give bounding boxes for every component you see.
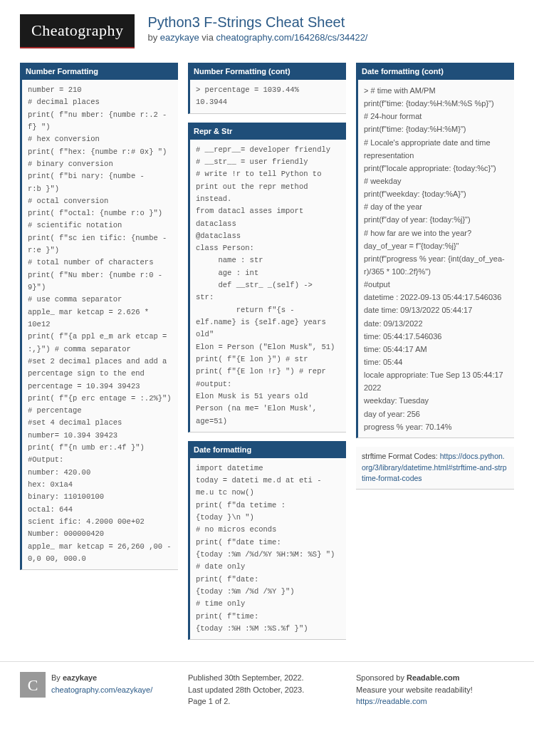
column-2: Number Formatting (cont) > percentage = … xyxy=(188,63,346,648)
block-date-formatting-cont: Date formatting (cont) > # time with AM/… xyxy=(356,63,514,438)
author-link[interactable]: eazykaye xyxy=(160,32,199,43)
page-title: Python3 F-Strings Cheat Sheet xyxy=(147,14,367,31)
footer-sponsor: Sponsored by Readable.com Measure your w… xyxy=(356,672,514,708)
footer-author: C By eazykaye cheatography.com/eazykaye/ xyxy=(20,672,178,708)
content-columns: Number Formatting number = 210 # decimal… xyxy=(0,56,534,661)
column-3: Date formatting (cont) > # time with AM/… xyxy=(356,63,514,648)
column-1: Number Formatting number = 210 # decimal… xyxy=(20,63,178,648)
footer-sponsor-name: Readable.com xyxy=(407,673,460,682)
code-block: # __repr__= developer friendly # __str__… xyxy=(188,140,346,433)
block-header: Date formatting xyxy=(188,441,346,458)
block-repr-str: Repr & Str # __repr__= developer friendl… xyxy=(188,123,346,433)
via-label: via xyxy=(199,32,216,43)
page-header: Cheatography Python3 F-Strings Cheat She… xyxy=(0,0,534,56)
block-number-formatting: Number Formatting number = 210 # decimal… xyxy=(20,63,178,570)
block-header: Number Formatting xyxy=(20,63,178,80)
block-number-formatting-cont: Number Formatting (cont) > percentage = … xyxy=(188,63,346,114)
footer-author-link[interactable]: cheatography.com/eazykaye/ xyxy=(51,685,152,694)
byline: by eazykaye via cheatography.com/164268/… xyxy=(147,32,367,43)
footer-page: Page 1 of 2. xyxy=(188,697,230,705)
code-block: number = 210 # decimal places print( f"n… xyxy=(20,80,178,570)
block-date-formatting: Date formatting import datetime today = … xyxy=(188,441,346,640)
page-footer: C By eazykaye cheatography.com/eazykaye/… xyxy=(0,661,534,722)
footer-tagline: Measure your website readability! xyxy=(356,685,473,694)
block-header: Repr & Str xyxy=(188,123,346,140)
block-header: Date formatting (cont) xyxy=(356,63,514,80)
text-block: > # time with AM/PM print(f"time: {today… xyxy=(356,80,514,438)
footer-sponsoredby: Sponsored by xyxy=(356,673,407,682)
footer-meta: Published 30th September, 2022. Last upd… xyxy=(188,672,346,708)
footer-updated: Last updated 28th October, 2023. xyxy=(188,685,304,694)
cheatography-logo: Cheatography xyxy=(20,14,135,48)
footer-by: By xyxy=(51,673,63,682)
note-label: strftime Format Codes: xyxy=(362,452,440,460)
block-header: Number Formatting (cont) xyxy=(188,63,346,80)
source-link[interactable]: cheatography.com/164268/cs/34422/ xyxy=(216,32,368,43)
avatar: C xyxy=(20,672,46,698)
code-block: import datetime today = dateti me.d at e… xyxy=(188,458,346,640)
code-block: > percentage = 1039.44% 10.3944 xyxy=(188,80,346,114)
header-text: Python3 F-Strings Cheat Sheet by eazykay… xyxy=(147,14,367,43)
footer-sponsor-link[interactable]: https://readable.com xyxy=(356,697,427,705)
by-label: by xyxy=(147,32,159,43)
footer-published: Published 30th September, 2022. xyxy=(188,673,304,682)
strftime-note: strftime Format Codes: https://docs.pyth… xyxy=(356,447,514,490)
footer-author-name: eazykaye xyxy=(63,673,97,682)
